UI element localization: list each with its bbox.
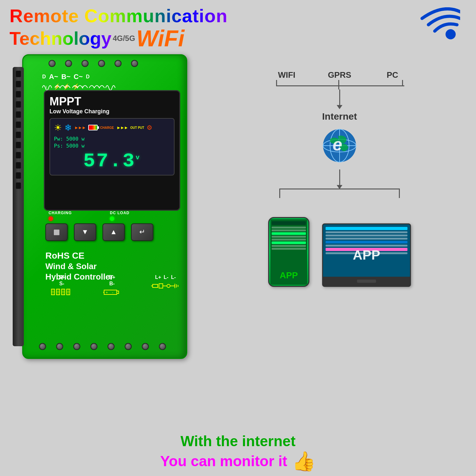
ac-terminals: D A~ B~ C~ D ⌇ ⚡ ⚡ ⚡ ⌇ <box>42 73 89 81</box>
bottom-line2-text: You can monitor it <box>160 453 287 470</box>
sun-icon: ☀ <box>54 122 62 133</box>
terminal-a: A~ <box>49 73 58 81</box>
internet-label: Internet <box>322 111 357 122</box>
phone-app-label: APP <box>280 270 298 281</box>
phone-header-row <box>272 221 306 225</box>
phone-row-2 <box>272 229 306 231</box>
down-button[interactable]: ▼ <box>74 223 96 241</box>
sm-label: S- <box>59 281 64 286</box>
power2-line: Ps: 5000 w <box>54 142 170 149</box>
power1-value: 5000 w <box>66 136 85 142</box>
comm-diagram: WIFI GPRS PC <box>209 64 470 293</box>
charging-indicator: CHARGING <box>49 211 72 221</box>
mon-row-light-3 <box>326 238 407 240</box>
monitor-app-container: APP <box>322 223 411 287</box>
battery-icon <box>88 125 98 130</box>
main-content: D A~ B~ C~ D ⌇ ⚡ ⚡ ⚡ ⌇ <box>0 54 476 428</box>
phone-app-container: APP <box>268 217 309 287</box>
bot-screw-5 <box>108 343 115 350</box>
up-icon: ▲ <box>110 228 117 236</box>
bot-screw-7 <box>142 343 149 350</box>
title-block: Remote Communication Technology 4G/5G Wi… <box>10 6 228 51</box>
terminal-d2: D <box>86 74 90 80</box>
power1-label: Pw: <box>54 136 63 142</box>
tech-label: Technology <box>10 28 111 49</box>
svg-text:-: - <box>112 290 113 295</box>
apps-row: APP <box>268 217 411 287</box>
charging-led <box>49 216 53 221</box>
load-symbol <box>151 281 180 291</box>
voltage-display: 57.3v <box>54 151 170 171</box>
4g5g-label: 4G/5G <box>113 34 135 43</box>
power1-line: Pw: 5000 w <box>54 136 170 142</box>
indicators-row: CHARGING DC LOAD <box>49 211 129 221</box>
mount-hole-1 <box>16 71 21 77</box>
wind-solar-text: Wind & Solar <box>45 261 113 272</box>
svg-point-27 <box>167 284 170 288</box>
screw-2 <box>65 60 72 67</box>
bm-label: B- <box>109 281 115 286</box>
enter-icon: ↵ <box>139 228 145 236</box>
dcload-indicator: DC LOAD <box>110 211 129 221</box>
lm1-label: L- <box>164 275 169 280</box>
mount-hole-5 <box>16 111 21 118</box>
mount-hole-2 <box>16 81 21 87</box>
monitor-mockup: APP <box>322 223 411 287</box>
phone-row-1 <box>272 227 306 228</box>
load-terminal-group: L+ L- L- <box>151 275 180 299</box>
monitor-app-label: APP <box>353 248 380 263</box>
output-arrows: ►►► <box>116 125 128 130</box>
wifi-icon-large <box>416 7 460 47</box>
sp-label: S+ <box>59 275 65 280</box>
mon-row-blue-1 <box>326 241 407 243</box>
screw-3 <box>82 60 89 67</box>
bottom-screws <box>39 343 166 350</box>
right-section: WIFI GPRS PC <box>209 54 470 425</box>
top-screws <box>49 60 138 67</box>
header: Remote Communication Technology 4G/5G Wi… <box>0 0 476 54</box>
phone-row-3 <box>272 236 306 238</box>
mon-row-light-4 <box>326 245 407 247</box>
thumbs-up-emoji: 👍 <box>292 450 316 473</box>
bottom-line2: You can monitor it 👍 <box>6 450 470 473</box>
svg-point-0 <box>446 29 456 39</box>
enter-button[interactable]: ↵ <box>131 223 153 241</box>
rohs-text: RoHS CE <box>45 250 113 261</box>
lm2-label: L- <box>171 275 176 280</box>
device-body: D A~ B~ C~ D ⌇ ⚡ ⚡ ⚡ ⌇ <box>22 54 187 359</box>
solar-terminal-group: S+ S- <box>51 275 73 299</box>
top-bracket <box>267 80 413 89</box>
wind-icon: ❄ <box>64 122 72 133</box>
mon-row-light-2 <box>326 235 407 236</box>
menu-button[interactable]: ▦ <box>45 223 68 241</box>
comm-arrow-2 <box>339 169 340 185</box>
charging-label: CHARGING <box>49 211 72 215</box>
bot-screw-8 <box>159 343 166 350</box>
pc-node: PC <box>380 70 405 80</box>
bot-screw-2 <box>56 343 63 350</box>
lp-label: L+ <box>155 275 161 280</box>
terminal-d1: D <box>42 74 46 80</box>
bottom-text: With the internet You can monitor it 👍 <box>0 428 476 476</box>
power-readings: Pw: 5000 w Ps: 5000 w <box>54 136 170 150</box>
display-panel: MPPT Low Voltage Charging ☀ ❄ ►►► CHARGE <box>44 90 180 211</box>
battery-term-symbol: + - <box>102 288 122 299</box>
up-button[interactable]: ▲ <box>102 223 125 241</box>
down-icon: ▼ <box>82 228 89 236</box>
voltage-value: 57.3 <box>83 150 136 172</box>
mount-hole-3 <box>16 91 21 97</box>
menu-icon: ▦ <box>53 228 60 236</box>
mount-hole-10 <box>16 162 21 169</box>
monitor-stand-bar <box>357 280 376 283</box>
phone-row-green-2 <box>272 241 306 244</box>
svg-text:+: + <box>106 290 108 295</box>
screw-5 <box>115 60 122 67</box>
mon-row-cyan-1 <box>326 227 407 230</box>
terminal-b: B~ <box>61 73 70 81</box>
lcd-screen: ☀ ❄ ►►► CHARGE ►►► OUT PUT ⚙ <box>50 118 175 175</box>
bot-screw-3 <box>73 343 80 350</box>
mount-hole-9 <box>16 152 21 158</box>
mppt-title: MPPT <box>50 96 175 107</box>
phone-row-4 <box>272 239 306 241</box>
battery-tip <box>98 126 99 129</box>
